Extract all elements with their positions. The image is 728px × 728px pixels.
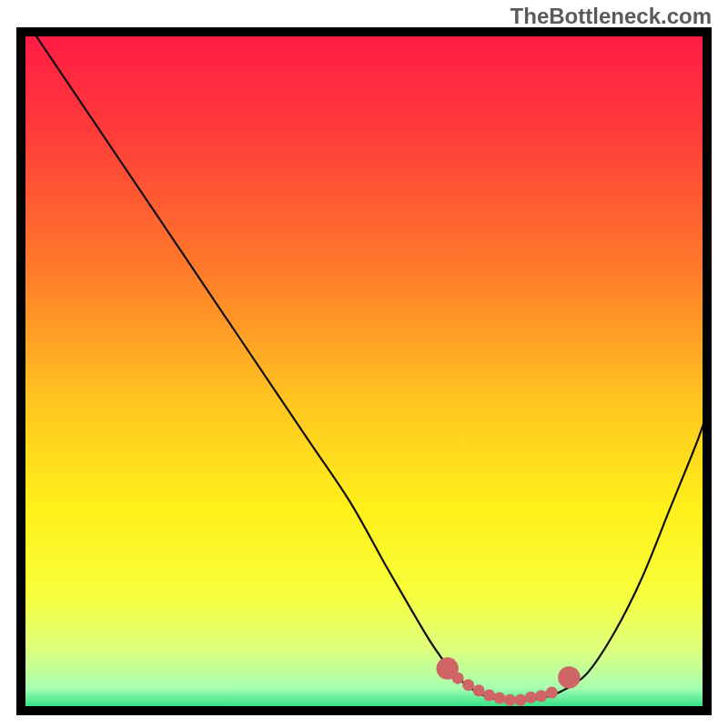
optimal-marker (504, 694, 516, 706)
optimal-marker (462, 679, 474, 691)
optimal-marker (514, 694, 526, 706)
optimal-marker (558, 666, 580, 688)
bottleneck-chart (16, 27, 712, 715)
attribution-text: TheBottleneck.com (511, 4, 712, 29)
gradient-background (16, 27, 712, 715)
chart-area (16, 27, 712, 715)
optimal-marker (483, 690, 495, 702)
optimal-marker (546, 687, 558, 699)
optimal-marker (473, 684, 485, 696)
optimal-marker (535, 690, 547, 702)
optimal-marker (452, 672, 464, 684)
optimal-marker (493, 693, 505, 704)
optimal-marker (525, 692, 537, 703)
